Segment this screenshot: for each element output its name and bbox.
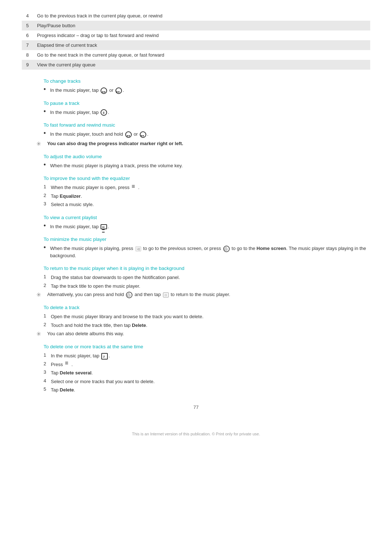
- row-desc: Play/Pause button: [37, 23, 75, 28]
- section-heading-fast-forward: To fast forward and rewind music: [22, 122, 370, 128]
- table-row: 5 Play/Pause button: [22, 21, 370, 30]
- tip-star-icon: ✳: [36, 331, 47, 337]
- note-icon: ♪: [101, 353, 108, 360]
- numbered-item: 3 Select a music style.: [22, 201, 370, 208]
- step-text: Open the music player library and browse…: [51, 313, 204, 320]
- step-text: Select a music style.: [51, 201, 94, 208]
- numbered-item: 1 Drag the status bar downwards to open …: [22, 274, 370, 281]
- bullet-dot: •: [44, 244, 50, 251]
- step-num: 5: [44, 386, 51, 392]
- step-text: Tap Delete several.: [51, 369, 93, 377]
- next-icon: [140, 131, 146, 138]
- step-num: 2: [44, 361, 51, 366]
- playlist-icon: ▬▬▬: [101, 224, 107, 229]
- table-row: 9 View the current play queue: [22, 60, 370, 70]
- tip-text: Alternatively, you can press and hold ⌂ …: [47, 291, 230, 298]
- table-row: 4 Go to the previous track in the curren…: [22, 11, 370, 21]
- bullet-text: In the music player, tap .: [50, 109, 109, 116]
- step-text: Drag the status bar downwards to open th…: [51, 274, 180, 281]
- row-num: 4: [26, 13, 37, 19]
- pause-icon: [101, 109, 107, 116]
- bullet-dot: •: [44, 86, 50, 93]
- step-text: Tap Delete.: [51, 386, 75, 394]
- tip-item-delete: ✳ You can also delete albums this way.: [22, 330, 370, 337]
- section-heading-return-background: To return to the music player when it is…: [22, 266, 370, 271]
- menu-icon-2: [65, 362, 71, 367]
- task-icon: □: [163, 292, 169, 297]
- step-text: Select one or more tracks that you want …: [51, 378, 155, 385]
- home-icon: ⌂: [223, 246, 230, 252]
- bullet-item: • When the music player is playing a tra…: [22, 162, 370, 169]
- menu-icon: [131, 185, 137, 190]
- tip-item-ff: ✳ You can also drag the progress indicat…: [22, 140, 370, 147]
- step-num: 3: [44, 369, 51, 375]
- tip-item-return: ✳ Alternatively, you can press and hold …: [22, 291, 370, 298]
- numbered-item: 3 Tap Delete several.: [22, 369, 370, 377]
- row-num: 5: [26, 23, 37, 28]
- numbered-item: 2 Press .: [22, 361, 370, 368]
- bullet-text: In the music player, tap ▬▬▬.: [50, 223, 109, 230]
- table-row: 6 Progress indicator – drag or tap to fa…: [22, 30, 370, 40]
- numbered-item: 2 Tap Equalizer.: [22, 193, 370, 200]
- home-icon-tip: ⌂: [126, 292, 132, 298]
- numbered-item: 4 Select one or more tracks that you wan…: [22, 378, 370, 385]
- step-text: Press .: [51, 361, 73, 368]
- numbered-item: 1 When the music player is open, press .: [22, 184, 370, 191]
- prev-icon: [125, 131, 132, 138]
- step-num: 3: [44, 201, 51, 206]
- row-num: 8: [26, 52, 37, 58]
- bullet-dot: •: [44, 108, 50, 115]
- section-heading-playlist: To view a current playlist: [22, 215, 370, 220]
- step-text: Touch and hold the track title, then tap…: [51, 322, 147, 329]
- section-heading-delete-track: To delete a track: [22, 305, 370, 310]
- row-desc: Elapsed time of current track: [37, 42, 97, 48]
- bullet-dot: •: [44, 222, 50, 229]
- row-desc: View the current play queue: [37, 62, 95, 67]
- section-heading-equalizer: To improve the sound with the equalizer: [22, 176, 370, 181]
- row-desc: Go to the next track in the current play…: [37, 52, 164, 58]
- step-text: Tap Equalizer.: [51, 193, 82, 200]
- tip-star-icon: ✳: [36, 291, 47, 298]
- numbered-item: 2 Tap the track title to open the music …: [22, 283, 370, 290]
- prev-track-icon: [101, 87, 107, 94]
- bullet-dot: •: [44, 130, 50, 136]
- step-num: 1: [44, 184, 51, 189]
- numbered-item: 1 Open the music player library and brow…: [22, 313, 370, 320]
- section-heading-pause-track: To pause a track: [22, 100, 370, 106]
- row-num: 6: [26, 33, 37, 38]
- page-number: 77: [22, 405, 370, 410]
- numbered-item: 2 Touch and hold the track title, then t…: [22, 322, 370, 329]
- step-num: 1: [44, 352, 51, 358]
- step-text: When the music player is open, press .: [51, 184, 139, 191]
- bullet-text: When the music player is playing a track…: [50, 162, 183, 169]
- bullet-text: In the music player, tap or .: [50, 87, 124, 94]
- bullet-item: • In the music player, tap ▬▬▬.: [22, 223, 370, 230]
- bullet-item: • In the music player, tap or .: [22, 87, 370, 94]
- section-heading-minimize: To minimize the music player: [22, 237, 370, 242]
- row-num: 7: [26, 42, 37, 48]
- bullet-text: When the music player is playing, press …: [50, 245, 370, 259]
- back-button-icon: ◁: [135, 246, 141, 251]
- numbered-item: 1 In the music player, tap ♪.: [22, 352, 370, 360]
- section-heading-volume: To adjust the audio volume: [22, 154, 370, 159]
- numbered-item: 5 Tap Delete.: [22, 386, 370, 394]
- step-num: 2: [44, 193, 51, 198]
- section-heading-change-tracks: To change tracks: [22, 78, 370, 84]
- next-track-icon: [115, 87, 122, 94]
- table-section: 4 Go to the previous track in the curren…: [22, 11, 370, 70]
- row-desc: Go to the previous track in the current …: [37, 13, 162, 19]
- table-row: 8 Go to the next track in the current pl…: [22, 50, 370, 60]
- step-text: Tap the track title to open the music pl…: [51, 283, 140, 290]
- tip-text: You can also drag the progress indicator…: [47, 140, 183, 147]
- step-num: 2: [44, 283, 51, 288]
- bullet-text: In the music player, touch and hold or .: [50, 131, 148, 138]
- row-num: 9: [26, 62, 37, 67]
- step-num: 1: [44, 274, 51, 279]
- bullet-item: • In the music player, touch and hold or…: [22, 131, 370, 138]
- tip-star-icon: ✳: [36, 140, 47, 147]
- bullet-item: • When the music player is playing, pres…: [22, 245, 370, 259]
- table-row: 7 Elapsed time of current track: [22, 40, 370, 50]
- bullet-item: • In the music player, tap .: [22, 109, 370, 116]
- tip-text: You can also delete albums this way.: [47, 330, 124, 337]
- bullet-dot: •: [44, 161, 50, 168]
